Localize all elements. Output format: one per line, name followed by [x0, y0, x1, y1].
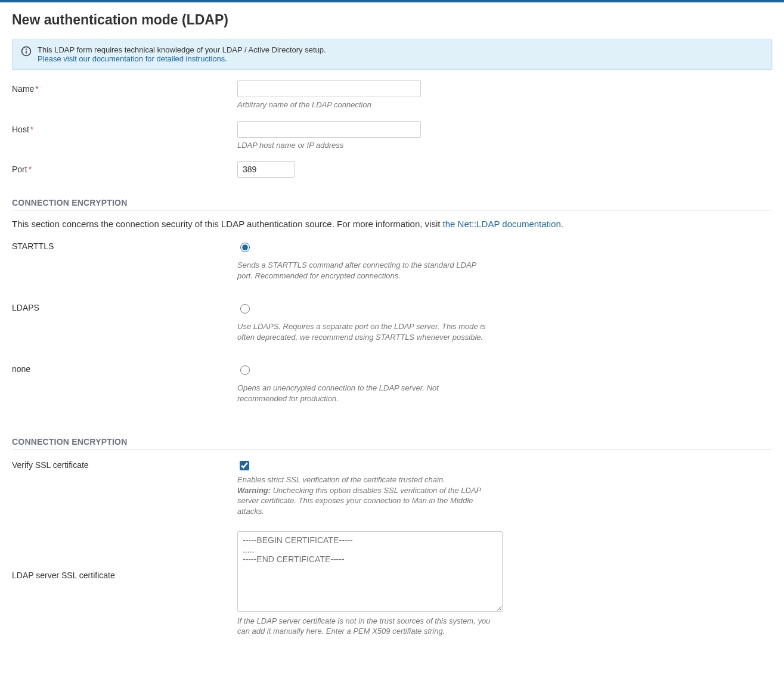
none-help: Opens an unencrypted connection to the L…	[237, 383, 488, 404]
section-description: This section concerns the connection sec…	[12, 219, 772, 229]
ldaps-label: LDAPS	[12, 303, 39, 312]
name-label: Name	[12, 84, 34, 94]
required-marker: *	[29, 165, 32, 174]
host-input[interactable]	[237, 121, 421, 138]
verify-ssl-checkbox[interactable]	[240, 461, 249, 470]
host-label: Host	[12, 125, 29, 134]
cert-label: LDAP server SSL certificate	[12, 571, 115, 580]
verify-ssl-label: Verify SSL certificate	[12, 460, 89, 470]
ldaps-help: Use LDAPS. Requires a separate port on t…	[237, 321, 488, 342]
starttls-help: Sends a STARTTLS command after connectin…	[237, 260, 488, 281]
page-title: New authentication mode (LDAP)	[12, 12, 772, 28]
none-radio[interactable]	[240, 365, 250, 375]
info-icon	[21, 46, 32, 57]
none-label: none	[12, 364, 30, 374]
starttls-label: STARTTLS	[12, 241, 54, 251]
port-label: Port	[12, 165, 27, 174]
netldap-doc-link[interactable]: the Net::LDAP documentation	[443, 219, 561, 229]
name-input[interactable]	[237, 80, 421, 97]
cert-textarea[interactable]	[237, 531, 503, 612]
name-help: Arbitrary name of the LDAP connection	[237, 100, 488, 110]
verify-ssl-warning-text: Unchecking this option disables SSL veri…	[237, 486, 481, 516]
starttls-radio[interactable]	[240, 243, 250, 252]
host-help: LDAP host name or IP address	[237, 140, 488, 151]
verify-ssl-warning-label: Warning:	[237, 486, 271, 495]
required-marker: *	[30, 125, 33, 134]
svg-point-2	[26, 49, 27, 49]
info-notice: This LDAP form requires technical knowle…	[12, 39, 772, 70]
notice-text: This LDAP form requires technical knowle…	[38, 45, 326, 54]
verify-ssl-help1: Enables strict SSL verification of the c…	[237, 475, 445, 484]
cert-help: If the LDAP server certificate is not in…	[237, 616, 503, 637]
ldaps-radio[interactable]	[240, 304, 250, 314]
required-marker: *	[35, 84, 38, 94]
port-input[interactable]	[237, 161, 295, 178]
section-header-encryption-1: CONNECTION ENCRYPTION	[12, 198, 772, 210]
notice-doc-link[interactable]: Please visit our documentation for detai…	[38, 54, 227, 63]
section-header-encryption-2: CONNECTION ENCRYPTION	[12, 437, 772, 450]
